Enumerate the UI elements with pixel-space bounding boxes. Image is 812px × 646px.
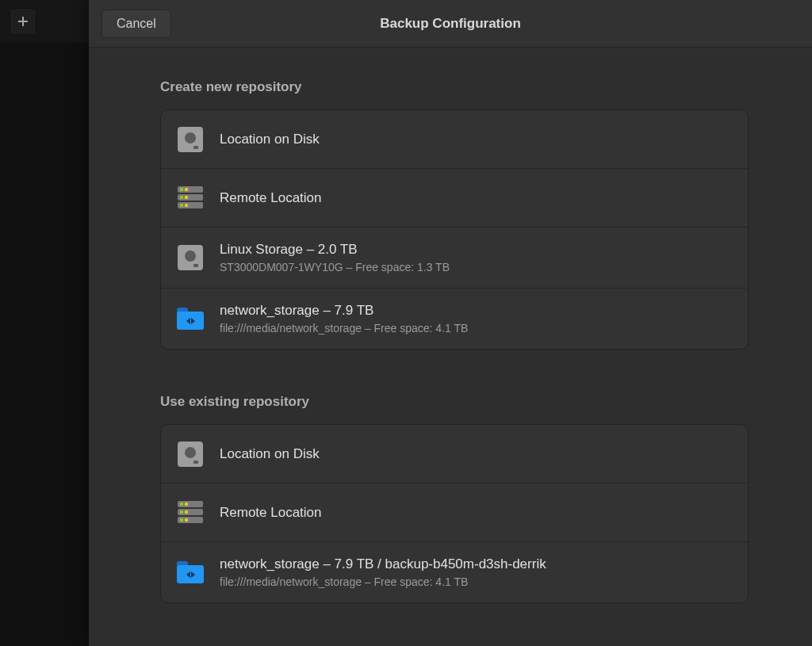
row-subtitle: file:///media/network_storage – Free spa… (220, 322, 468, 334)
list-row[interactable]: network_storage – 7.9 TB / backup-b450m-… (161, 542, 748, 602)
row-text: Linux Storage – 2.0 TBST3000DM007-1WY10G… (220, 242, 450, 273)
row-icon-wrap (177, 244, 204, 271)
row-subtitle: file:///media/network_storage – Free spa… (220, 575, 546, 588)
list-row[interactable]: Remote Location (161, 484, 748, 542)
dialog-body: Create new repository Location on DiskRe… (89, 48, 812, 646)
row-title: network_storage – 7.9 TB (220, 303, 468, 319)
disk-icon (178, 245, 203, 270)
network-folder-icon (177, 561, 204, 583)
row-title: Location on Disk (220, 132, 320, 147)
section-create-label: Create new repository (160, 79, 749, 95)
row-text: network_storage – 7.9 TBfile:///media/ne… (220, 303, 468, 334)
disk-icon (178, 127, 203, 152)
row-title: Location on Disk (220, 446, 320, 462)
row-icon-wrap (177, 305, 204, 332)
row-text: Location on Disk (220, 132, 320, 147)
row-title: Remote Location (220, 190, 322, 206)
row-text: Remote Location (220, 190, 322, 206)
cancel-button[interactable]: Cancel (102, 10, 171, 38)
existing-repo-list: Location on DiskRemote Locationnetwork_s… (160, 424, 749, 603)
row-title: Remote Location (220, 505, 322, 521)
row-icon-wrap (177, 126, 204, 153)
list-row[interactable]: Location on Disk (161, 110, 748, 169)
dialog-header: Cancel Backup Configuration (89, 0, 812, 48)
section-existing-label: Use existing repository (160, 394, 749, 410)
disk-icon (178, 441, 203, 467)
row-icon-wrap (177, 441, 204, 468)
row-subtitle: ST3000DM007-1WY10G – Free space: 1.3 TB (220, 261, 450, 273)
row-icon-wrap (177, 185, 204, 212)
list-row[interactable]: network_storage – 7.9 TBfile:///media/ne… (161, 289, 748, 349)
dialog-title: Backup Configuration (380, 16, 521, 32)
list-row[interactable]: Remote Location (161, 169, 748, 227)
backup-config-dialog: Cancel Backup Configuration Create new r… (89, 0, 812, 646)
row-text: network_storage – 7.9 TB / backup-b450m-… (220, 556, 546, 588)
row-text: Remote Location (220, 505, 322, 521)
create-repo-list: Location on DiskRemote LocationLinux Sto… (160, 109, 749, 350)
list-row[interactable]: Linux Storage – 2.0 TBST3000DM007-1WY10G… (161, 227, 748, 289)
server-icon (178, 501, 203, 525)
row-icon-wrap (177, 559, 204, 586)
list-row[interactable]: Location on Disk (161, 425, 748, 484)
row-title: network_storage – 7.9 TB / backup-b450m-… (220, 556, 546, 572)
server-icon (178, 186, 203, 210)
row-title: Linux Storage – 2.0 TB (220, 242, 450, 258)
row-icon-wrap (177, 499, 204, 526)
row-text: Location on Disk (220, 446, 320, 462)
network-folder-icon (177, 308, 204, 330)
